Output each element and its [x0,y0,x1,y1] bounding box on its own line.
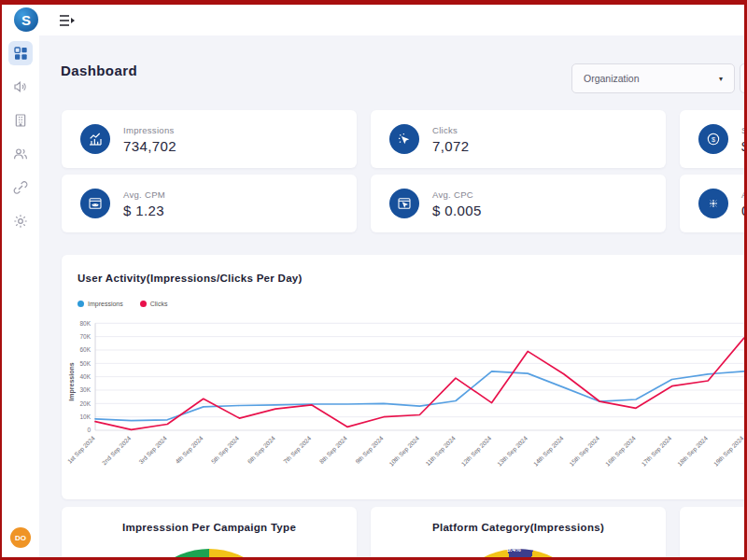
svg-text:15th Sep 2024: 15th Sep 2024 [568,434,601,468]
sidebar-item-settings[interactable] [8,209,33,233]
gear-icon [13,214,28,229]
app-logo-icon[interactable]: S [14,7,38,32]
sidebar-item-campaigns[interactable] [8,75,33,99]
svg-text:30K: 30K [79,386,91,393]
legend-item-impressions[interactable]: Impressions [78,301,123,307]
stat-label: Impressions [123,125,176,135]
building-icon [13,113,28,128]
stat-value: $ 1.23 [123,203,165,218]
svg-text:40K: 40K [79,373,91,380]
svg-text:16th Sep 2024: 16th Sep 2024 [604,434,638,468]
chevron-down-icon: ▾ [719,75,723,83]
organization-dropdown[interactable]: Organization ▾ [571,63,735,93]
link-icon [13,180,28,195]
platform-pie-card: Platform Category(Impressions) 5.4% [371,507,666,560]
grid-icon [13,46,28,61]
stat-label: Spends [741,125,747,135]
chart-legend: Impressions Clicks [78,301,167,307]
svg-text:70K: 70K [79,333,91,340]
clicks-dot-icon [140,301,147,307]
svg-text:Impressions: Impressions [68,362,76,400]
chart-title: User Activity(Impressions/Clicks Per Day… [78,273,303,284]
svg-text:20K: 20K [79,400,91,407]
sidebar-item-dashboard[interactable] [8,41,33,65]
clipped-bottom-card [680,507,747,560]
sidebar-toggle-icon[interactable] [58,12,77,29]
clipped-filter-control[interactable] [740,63,747,93]
bar-chart-icon [80,124,110,154]
legend-item-clicks[interactable]: Clicks [140,301,168,307]
svg-text:18th Sep 2024: 18th Sep 2024 [676,434,710,468]
page-title: Dashboard [61,63,137,78]
svg-text:17th Sep 2024: 17th Sep 2024 [640,434,673,468]
svg-text:9th Sep 2024: 9th Sep 2024 [354,434,385,465]
pie-title: Platform Category(Impressions) [371,522,666,533]
campaign-pie-card: Impresssion Per Campaign Type [62,507,357,560]
legend-label: Clicks [150,301,168,307]
stat-value: $ 0.005 [432,203,482,218]
stat-value: $ 2,75 [741,138,747,154]
megaphone-icon [13,79,28,94]
svg-text:5th Sep 2024: 5th Sep 2024 [210,434,241,465]
svg-text:1st Sep 2024: 1st Sep 2024 [66,434,97,465]
app-window: S [0,0,747,560]
stat-card-avg-ctr: Avg. CTR0.642 [680,175,747,232]
svg-text:7th Sep 2024: 7th Sep 2024 [282,434,313,465]
svg-text:6th Sep 2024: 6th Sep 2024 [246,434,276,465]
impressions-dot-icon [78,301,84,307]
svg-text:50K: 50K [79,360,91,367]
legend-label: Impressions [88,301,123,307]
cpc-window-icon [389,189,419,218]
svg-text:19th Sep 2024: 19th Sep 2024 [712,434,746,468]
svg-text:14th Sep 2024: 14th Sep 2024 [532,434,566,468]
stat-value: 7,072 [432,138,470,154]
svg-text:3rd Sep 2024: 3rd Sep 2024 [137,434,169,466]
sidebar-item-users[interactable] [8,142,33,166]
stat-card-avg-cpc: Avg. CPC$ 0.005 [371,175,666,232]
pie-slice-label: 5.4% [507,546,521,553]
svg-text:$: $ [712,135,715,144]
stat-label: Clicks [432,125,470,135]
campaign-pie-chart[interactable] [134,549,284,560]
svg-text:60K: 60K [79,346,91,353]
svg-text:11th Sep 2024: 11th Sep 2024 [424,434,457,467]
stat-card-impressions: Impressions734,702 [62,110,357,168]
svg-text:0: 0 [87,427,91,433]
top-bar: S [2,5,744,35]
sidebar-item-organization[interactable] [8,108,33,133]
stat-card-clicks: Clicks7,072 [371,110,666,168]
svg-text:10th Sep 2024: 10th Sep 2024 [388,434,421,468]
sidebar-nav: DO [2,35,39,557]
user-avatar[interactable]: DO [10,527,31,548]
dollar-coin-icon: $ [698,124,728,154]
stat-label: Avg. CPM [123,189,165,200]
stat-card-spends: $Spends$ 2,75 [680,110,747,168]
svg-text:4th Sep 2024: 4th Sep 2024 [174,434,204,465]
stat-label: Avg. CTR [741,189,747,200]
cpm-window-icon [80,189,110,218]
ctr-target-icon [698,189,728,218]
svg-text:80K: 80K [79,320,91,327]
svg-text:13th Sep 2024: 13th Sep 2024 [496,434,529,468]
user-activity-chart-card: User Activity(Impressions/Clicks Per Day… [62,255,747,499]
sidebar-item-links[interactable] [8,175,33,200]
stat-label: Avg. CPC [432,189,482,200]
stat-value: 0.642 [741,203,747,218]
click-cursor-icon [389,124,419,154]
svg-text:8th Sep 2024: 8th Sep 2024 [318,434,349,465]
pie-title: Impresssion Per Campaign Type [62,522,357,533]
users-icon [13,147,28,161]
svg-text:2nd Sep 2024: 2nd Sep 2024 [101,434,134,467]
svg-text:10K: 10K [79,413,91,420]
line-chart-svg: 010K20K30K40K50K60K70K80K1st Sep 20242nd… [62,316,747,494]
svg-text:12th Sep 2024: 12th Sep 2024 [459,434,493,468]
stat-card-avg-cpm: Avg. CPM$ 1.23 [62,175,357,232]
stat-value: 734,702 [123,138,176,154]
organization-dropdown-value: Organization [584,73,640,84]
